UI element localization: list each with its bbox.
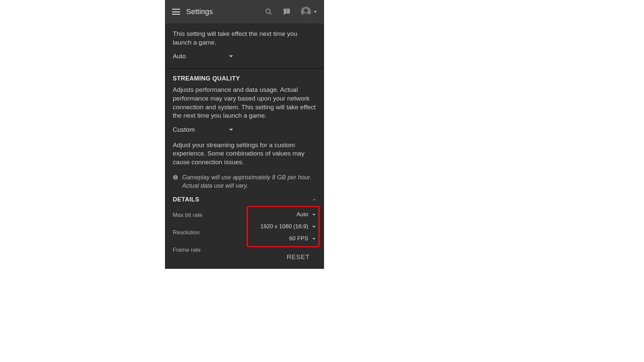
dropdown-quality[interactable]: Custom: [173, 126, 233, 133]
reset-button[interactable]: RESET: [287, 253, 310, 261]
info-text: Gameplay will use approximately 8 GB per…: [182, 173, 316, 190]
detail-value: 60 FPS: [289, 235, 308, 242]
profile-menu[interactable]: [301, 7, 317, 17]
dropdown-resolution[interactable]: 644 x 362 (16:9): [251, 221, 316, 233]
info-icon: [173, 175, 178, 180]
search-icon[interactable]: [265, 8, 273, 16]
setting-description: Adjusts performance and data usage. Actu…: [173, 85, 316, 120]
feedback-icon[interactable]: [283, 8, 291, 16]
setting-description: This setting will take effect the next t…: [173, 29, 316, 47]
section-streaming-quality: STREAMING QUALITY Adjusts performance an…: [165, 69, 324, 269]
detail-label: Max bit rate: [173, 212, 203, 219]
custom-description: Adjust your streaming settings for a cus…: [173, 141, 316, 167]
chevron-down-icon: [229, 55, 233, 57]
dropdown-value: Auto: [173, 53, 186, 60]
svg-rect-6: [175, 177, 175, 178]
detail-label: Frame rate: [173, 247, 201, 253]
settings-body: This setting will take effect the next t…: [165, 23, 324, 269]
dropdown-auto[interactable]: Auto: [173, 53, 233, 60]
section-heading: STREAMING QUALITY: [173, 75, 316, 82]
dropdown-value: Custom: [173, 126, 195, 133]
app-header: Settings: [165, 0, 324, 23]
dropdown-max-bitrate[interactable]: Auto: [251, 208, 316, 221]
svg-rect-3: [286, 12, 287, 13]
chevron-down-icon: [312, 226, 316, 228]
avatar-icon: [301, 7, 311, 17]
svg-rect-2: [286, 10, 287, 11]
svg-line-1: [270, 13, 272, 15]
detail-value: 644 x 362 (16:9): [260, 223, 308, 230]
chevron-down-icon: [314, 11, 317, 13]
menu-icon[interactable]: [172, 9, 180, 15]
chevron-down-icon: [312, 214, 316, 216]
chevron-down-icon: [312, 238, 316, 240]
details-header[interactable]: DETAILS: [173, 196, 316, 203]
svg-point-4: [304, 9, 308, 13]
header-actions: [265, 7, 317, 17]
section-previous: This setting will take effect the next t…: [165, 23, 324, 69]
chevron-down-icon: [229, 129, 233, 131]
svg-point-0: [266, 9, 270, 13]
detail-label: Resolution: [173, 229, 200, 236]
svg-rect-7: [175, 176, 175, 176]
highlighted-settings: Auto 644 x 362 (16:9) 60 FPS: [247, 206, 320, 247]
detail-value: Auto: [297, 211, 308, 218]
data-usage-note: Gameplay will use approximately 8 GB per…: [173, 173, 316, 190]
dropdown-frame-rate[interactable]: 60 FPS: [251, 233, 316, 245]
details-title: DETAILS: [173, 196, 199, 203]
chevron-up-icon: [312, 198, 316, 202]
settings-panel: Settings: [165, 0, 324, 269]
page-title: Settings: [186, 7, 259, 16]
details-block: Max bit rate Resolution Frame rate Auto …: [173, 206, 316, 247]
